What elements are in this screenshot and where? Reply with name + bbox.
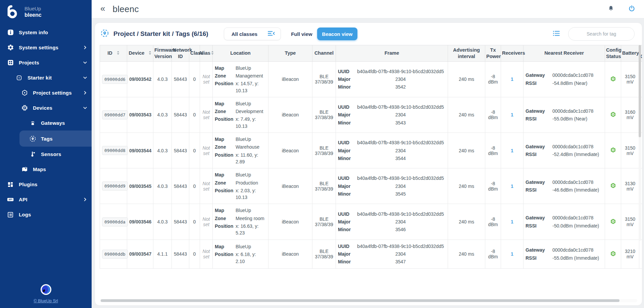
receivers-link[interactable]: 1 [511,76,513,82]
config-status-ok-icon[interactable] [610,147,616,153]
gear-outline-icon [21,89,28,97]
chevron-right-icon [83,46,87,49]
cell-network-id: 58443 [172,168,189,204]
receivers-link[interactable]: 1 [511,112,513,117]
cell-frame: UUIDb40a4fdb-07fb-4938-9c10-b5cd2d032dd5… [336,133,448,168]
sidebar-item-logs[interactable]: Logs [0,207,92,222]
cell-device: 09/003545 [127,168,153,204]
column-header-receivers: Receivers [501,45,524,62]
cell-advertising-interval: 240 ms [448,133,485,168]
collapse-sidebar-button[interactable]: « [100,4,105,13]
column-header-battery: Battery [621,45,639,62]
blueup-footer-logo-icon [40,284,52,297]
sidebar-item-label: Devices [33,105,52,111]
column-header-id[interactable]: ID [100,45,127,62]
receivers-link[interactable]: 1 [511,148,513,153]
full-view-button[interactable]: Full view [291,31,312,37]
table-row: 09000dd6 09/003542 4.0.3 58443 0 Not set… [100,61,643,97]
receivers-link[interactable]: 1 [511,219,513,224]
cell-battery: 3150 mV [621,133,639,168]
config-status-ok-icon[interactable] [610,182,616,189]
content: Project / Starter kit / Tags (6/16) All … [92,18,644,308]
cell-receivers: 1 [501,240,524,268]
column-header-firmware: Firmware Version [153,45,172,62]
sort-icon [149,50,151,56]
cell-firmware: 4.0.3 [153,204,172,240]
class-filter-button[interactable]: All classes [224,28,281,40]
cell-type: iBeacon [268,168,312,204]
sidebar-item-api[interactable]: API API [0,192,92,207]
sidebar-item-system-info[interactable]: System info [0,25,92,40]
receivers-link[interactable]: 1 [511,251,513,257]
sidebar-item-sensors[interactable]: Sensors [0,147,92,162]
cell-network-id: 58443 [172,97,189,133]
sidebar-item-system-settings[interactable]: System settings [0,40,92,55]
beacon-view-button[interactable]: Beacon view [317,28,358,40]
vertical-scrollbar[interactable] [639,45,641,241]
cell-nearest-receiver: Gateway0000dcda0c1cd078 RSSI-50.0dBm (Im… [524,204,605,240]
chevron-down-icon [83,76,87,80]
chevron-right-icon [83,198,87,201]
sidebar: BlueUp bleenc System info System setting… [0,0,92,308]
config-status-ok-icon[interactable] [610,218,616,225]
sidebar-item-project-settings[interactable]: Project settings [0,85,92,100]
cell-id: 09000dd9 [100,168,127,204]
cell-device: 09/003544 [127,133,153,168]
sidebar-item-label: API [19,197,28,202]
sidebar-item-label: Plugins [19,182,38,187]
column-header-alias[interactable]: Alias [200,45,213,62]
cell-config-status [605,61,621,97]
cell-tx-power: -8 dBm [485,97,501,133]
cell-id: 09000dd7 [100,97,127,133]
horizontal-scrollbar[interactable] [100,299,637,302]
sidebar-item-gateways[interactable]: Gateways [0,115,92,131]
search-input[interactable] [568,27,635,41]
sidebar-item-starter-kit[interactable]: Starter kit [0,70,92,85]
toolbar: Project / Starter kit / Tags (6/16) All … [95,23,642,45]
horizontal-scrollbar-thumb[interactable] [101,299,620,302]
cell-device: 09/003546 [127,204,153,240]
copyright-link[interactable]: © BlueUp Srl [34,299,58,303]
table-row: 09000dd7 09/003543 4.0.3 58443 0 Not set… [100,97,643,133]
receivers-link[interactable]: 1 [511,184,513,189]
sidebar-item-label: System info [19,30,48,35]
cell-class: 0 [189,168,200,204]
column-header-device[interactable]: Device [127,45,153,62]
cell-battery: 3150 mV [621,61,639,97]
gear-icon [7,44,14,51]
sidebar-item-projects[interactable]: Projects [0,55,92,70]
notifications-bell-icon[interactable] [608,5,614,13]
cell-class: 0 [189,61,200,97]
cell-alias: Not set [200,240,213,268]
config-status-ok-icon[interactable] [610,111,616,118]
cell-frame: UUIDb40a4fdb-07fb-4938-9c10-b5cd2d032dd5… [336,204,448,240]
map-icon [21,166,28,173]
sort-icon [211,50,214,56]
cell-device: 09/003543 [127,97,153,133]
breadcrumb: Project / Starter kit / Tags (6/16) [113,30,208,38]
cell-advertising-interval: 240 ms [448,168,485,204]
sidebar-item-tags[interactable]: Tags [19,131,92,147]
cell-alias: Not set [200,204,213,240]
logout-power-icon[interactable] [628,5,635,13]
cell-channel: BLE 37/38/39 [312,204,336,240]
column-header-type: Type [268,45,312,62]
column-list-icon[interactable] [553,30,560,38]
sidebar-item-maps[interactable]: Maps [0,162,92,177]
thermometer-icon [29,151,36,158]
cell-id: 09000dda [100,204,127,240]
chevron-down-icon [83,61,87,64]
cell-config-status [605,204,621,240]
sidebar-item-devices[interactable]: Devices [0,100,92,115]
project-icon [15,74,23,82]
cell-type: iBeacon [268,204,312,240]
table-row: 09000dd9 09/003545 4.0.3 58443 0 Not set… [100,168,643,204]
config-status-ok-icon[interactable] [610,250,616,257]
config-status-ok-icon[interactable] [610,75,616,82]
vertical-scrollbar-thumb[interactable] [639,45,641,137]
chip-icon [21,104,28,112]
sidebar-item-label: Projects [19,60,39,65]
sidebar-item-plugins[interactable]: Plugins [0,177,92,192]
sort-icon [117,50,119,56]
column-header-network-id: Network ID [172,45,189,62]
